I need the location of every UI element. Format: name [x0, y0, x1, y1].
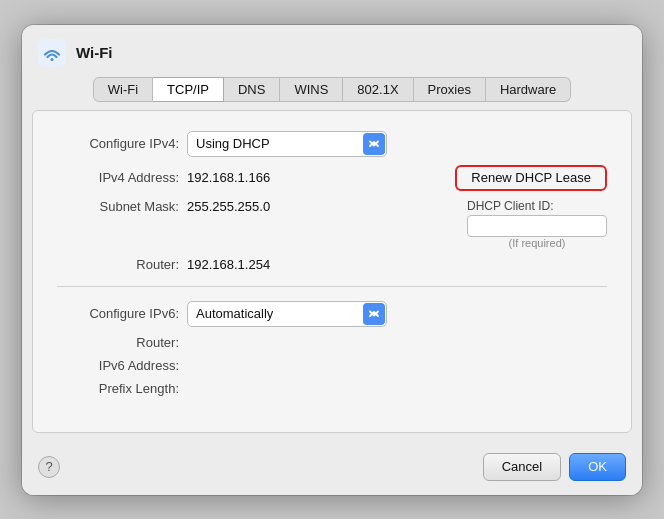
configure-ipv6-select[interactable]: Automatically — [187, 301, 387, 327]
ipv4-address-row: IPv4 Address: 192.168.1.166 Renew DHCP L… — [57, 165, 607, 191]
wifi-icon — [38, 39, 66, 67]
renew-dhcp-button[interactable]: Renew DHCP Lease — [455, 165, 607, 191]
tab-wins[interactable]: WINS — [280, 77, 343, 102]
tab-proxies[interactable]: Proxies — [414, 77, 486, 102]
footer: ? Cancel OK — [22, 443, 642, 495]
configure-ipv4-row: Configure IPv4: Using DHCP — [57, 131, 607, 157]
tab-8021x[interactable]: 802.1X — [343, 77, 413, 102]
main-window: Wi-Fi Wi-Fi TCP/IP DNS WINS 802.1X Proxi… — [22, 25, 642, 495]
tab-bar: Wi-Fi TCP/IP DNS WINS 802.1X Proxies Har… — [22, 77, 642, 110]
content-panel: Configure IPv4: Using DHCP IPv4 Address:… — [32, 110, 632, 433]
router-label: Router: — [57, 257, 187, 272]
ipv4-address-value: 192.168.1.166 — [187, 170, 443, 185]
cancel-button[interactable]: Cancel — [483, 453, 561, 481]
tab-hardware[interactable]: Hardware — [486, 77, 571, 102]
svg-rect-0 — [38, 39, 66, 67]
prefix-length-label: Prefix Length: — [57, 381, 187, 396]
ok-button[interactable]: OK — [569, 453, 626, 481]
configure-ipv4-select-wrapper: Using DHCP — [187, 131, 387, 157]
dhcp-client-col: DHCP Client ID: (If required) — [467, 199, 607, 249]
footer-buttons: Cancel OK — [483, 453, 626, 481]
tab-dns[interactable]: DNS — [224, 77, 280, 102]
help-button[interactable]: ? — [38, 456, 60, 478]
tab-wifi[interactable]: Wi-Fi — [93, 77, 153, 102]
tab-tcpip[interactable]: TCP/IP — [153, 77, 224, 102]
router-row: Router: 192.168.1.254 — [57, 257, 607, 272]
subnet-mask-row: Subnet Mask: 255.255.255.0 DHCP Client I… — [57, 199, 607, 249]
ipv6-router-label: Router: — [57, 335, 187, 350]
subnet-mask-value: 255.255.255.0 — [187, 199, 447, 214]
configure-ipv6-row: Configure IPv6: Automatically — [57, 301, 607, 327]
window-title: Wi-Fi — [76, 44, 113, 61]
prefix-length-row: Prefix Length: — [57, 381, 607, 396]
svg-point-1 — [51, 58, 54, 61]
title-bar: Wi-Fi — [22, 25, 642, 77]
if-required-hint: (If required) — [467, 237, 607, 249]
router-value: 192.168.1.254 — [187, 257, 607, 272]
dhcp-client-input[interactable] — [467, 215, 607, 237]
configure-ipv4-select[interactable]: Using DHCP — [187, 131, 387, 157]
configure-ipv6-label: Configure IPv6: — [57, 306, 187, 321]
ipv4-address-label: IPv4 Address: — [57, 170, 187, 185]
configure-ipv4-label: Configure IPv4: — [57, 136, 187, 151]
dhcp-client-label: DHCP Client ID: — [467, 199, 553, 213]
ipv6-router-row: Router: — [57, 335, 607, 350]
configure-ipv6-select-wrapper: Automatically — [187, 301, 387, 327]
ipv6-address-row: IPv6 Address: — [57, 358, 607, 373]
section-separator — [57, 286, 607, 287]
subnet-mask-label: Subnet Mask: — [57, 199, 187, 214]
ipv6-address-label: IPv6 Address: — [57, 358, 187, 373]
